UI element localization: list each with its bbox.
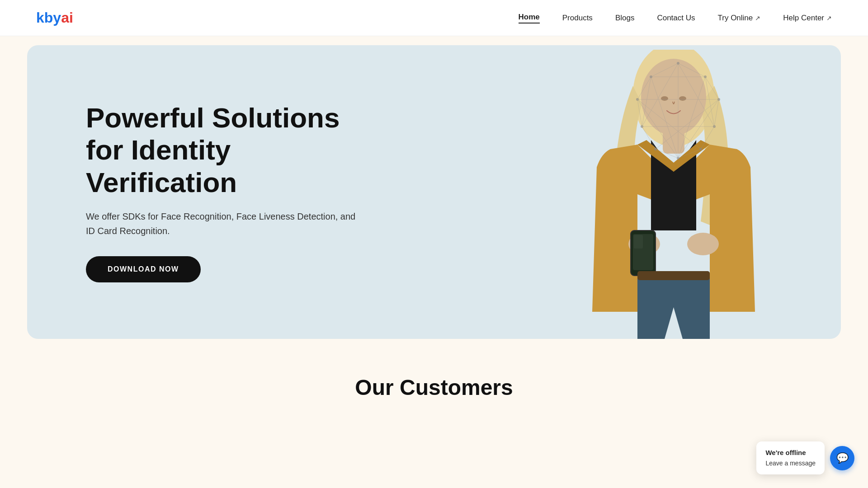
svg-point-18 — [713, 125, 716, 128]
svg-point-15 — [677, 62, 679, 65]
download-now-button[interactable]: DOWNLOAD NOW — [86, 256, 201, 282]
svg-point-20 — [677, 157, 679, 160]
svg-line-4 — [651, 77, 678, 158]
external-link-icon-2: ↗ — [826, 14, 832, 22]
customers-title: Our Customers — [0, 375, 868, 400]
svg-point-19 — [699, 148, 702, 150]
logo-ai: ai — [61, 9, 73, 26]
nav-contact[interactable]: Contact Us — [657, 14, 695, 23]
chat-icon: 💬 — [836, 452, 849, 464]
face-mesh-svg — [615, 59, 741, 176]
chat-offline-bubble: We're offline Leave a message — [756, 441, 825, 474]
nav-home[interactable]: Home — [519, 13, 540, 23]
logo[interactable]: kbyai — [36, 9, 73, 26]
nav-try-online[interactable]: Try Online ↗ — [718, 14, 761, 23]
logo-kby: kby — [36, 9, 61, 26]
svg-point-17 — [717, 98, 720, 101]
main-nav: Home Products Blogs Contact Us Try Onlin… — [519, 13, 832, 23]
svg-line-7 — [637, 99, 701, 149]
svg-line-6 — [656, 99, 719, 149]
nav-help-center[interactable]: Help Center ↗ — [783, 14, 832, 23]
svg-line-11 — [678, 99, 719, 158]
svg-point-24 — [650, 75, 652, 78]
svg-point-22 — [641, 125, 643, 128]
hero-content: Powerful Solutions for Identity Verifica… — [86, 102, 357, 282]
svg-point-32 — [687, 233, 719, 255]
svg-line-3 — [678, 77, 705, 158]
nav-products[interactable]: Products — [562, 14, 593, 23]
hero-title: Powerful Solutions for Identity Verifica… — [86, 102, 357, 198]
external-link-icon: ↗ — [755, 14, 760, 22]
chat-open-button[interactable]: 💬 — [830, 446, 854, 470]
svg-point-21 — [654, 148, 657, 150]
chat-leave-message-label: Leave a message — [765, 460, 816, 467]
svg-rect-33 — [637, 271, 710, 280]
header: kbyai Home Products Blogs Contact Us Try… — [0, 0, 868, 36]
chat-offline-status: We're offline — [765, 448, 816, 458]
nav-blogs[interactable]: Blogs — [615, 14, 635, 23]
svg-rect-31 — [634, 235, 643, 249]
customers-section: Our Customers — [0, 348, 868, 418]
svg-point-23 — [636, 98, 639, 101]
hero-section: Powerful Solutions for Identity Verifica… — [27, 45, 841, 339]
svg-line-12 — [637, 99, 678, 158]
chat-widget: We're offline Leave a message 💬 — [756, 441, 854, 474]
svg-point-16 — [704, 75, 707, 78]
hero-subtitle: We offer SDKs for Face Recognition, Face… — [86, 209, 357, 238]
